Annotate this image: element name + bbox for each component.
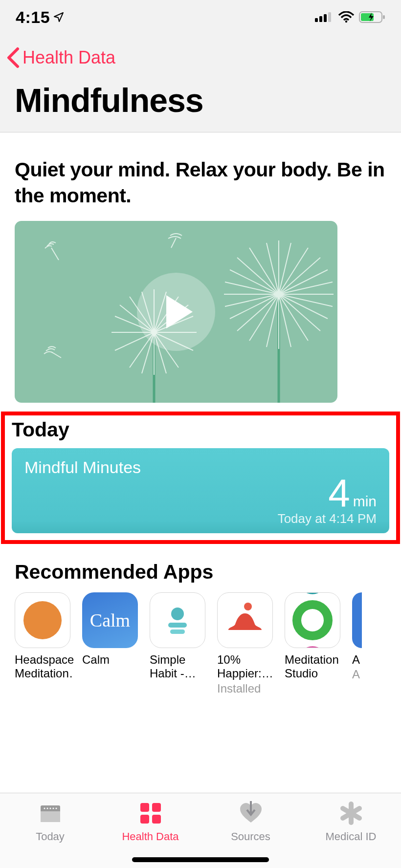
nav-header: Health Data Mindfulness	[0, 34, 401, 132]
mindful-minutes-timestamp: Today at 4:14 PM	[278, 511, 377, 526]
app-name: A	[352, 653, 362, 667]
svg-rect-72	[152, 815, 161, 824]
svg-line-25	[237, 258, 279, 294]
page-title: Mindfulness	[6, 68, 391, 132]
svg-rect-71	[140, 815, 149, 824]
app-headspace[interactable]: Headspace: Meditation…	[15, 592, 73, 696]
svg-point-66	[49, 808, 51, 809]
status-time: 4:15	[16, 8, 65, 27]
app-name: Meditation Studio	[285, 653, 343, 681]
back-button[interactable]: Health Data	[6, 47, 391, 68]
mindful-minutes-card[interactable]: Mindful Minutes 4 min Today at 4:14 PM	[12, 448, 389, 533]
play-button[interactable]	[137, 273, 215, 351]
svg-point-60	[244, 603, 252, 610]
peek-app-icon	[352, 592, 362, 648]
mindful-minutes-value: 4 min	[328, 479, 377, 510]
intro-video[interactable]	[15, 221, 337, 403]
svg-rect-58	[168, 623, 187, 628]
location-arrow-icon	[53, 11, 65, 23]
svg-line-26	[279, 282, 333, 294]
status-right	[315, 11, 385, 23]
app-installed-label: Installed	[217, 682, 276, 695]
heart-download-icon	[238, 800, 264, 826]
svg-rect-3	[328, 12, 331, 22]
svg-rect-63	[41, 811, 60, 822]
back-label: Health Data	[22, 47, 115, 68]
svg-rect-6	[383, 15, 385, 19]
tab-bar: Today Health Data Sources Medical ID	[0, 793, 401, 868]
status-time-text: 4:15	[16, 8, 50, 27]
chevron-left-icon	[6, 47, 21, 68]
tab-medical-id[interactable]: Medical ID	[307, 800, 395, 843]
content-area: Quiet your mind. Relax your body. Be in …	[0, 132, 401, 793]
recommended-apps-heading: Recommended Apps	[15, 561, 386, 584]
app-calm[interactable]: Calm Calm	[82, 592, 141, 696]
tab-label: Sources	[231, 830, 270, 843]
svg-point-64	[44, 808, 45, 809]
today-section-highlight: Today Mindful Minutes 4 min Today at 4:1…	[1, 412, 400, 544]
wifi-icon	[338, 11, 354, 23]
svg-line-23	[267, 243, 279, 294]
home-indicator[interactable]	[132, 857, 269, 862]
tab-label: Health Data	[122, 830, 178, 843]
asterisk-icon	[338, 800, 364, 826]
svg-line-33	[267, 294, 279, 347]
calm-icon: Calm	[82, 592, 138, 648]
svg-point-68	[55, 808, 57, 809]
app-name: 10% Happier:…	[217, 653, 276, 681]
svg-line-22	[279, 243, 291, 294]
mindful-minutes-title: Mindful Minutes	[24, 458, 377, 477]
svg-point-4	[345, 21, 347, 22]
tab-today[interactable]: Today	[6, 800, 94, 843]
svg-point-57	[171, 608, 184, 620]
svg-point-67	[52, 808, 54, 809]
meditation-studio-icon	[285, 592, 340, 648]
app-10-percent-happier[interactable]: 10% Happier:… Installed	[217, 592, 276, 696]
play-icon	[166, 295, 193, 328]
tab-health-data[interactable]: Health Data	[107, 800, 195, 843]
svg-line-32	[279, 294, 291, 347]
simple-habit-icon	[150, 592, 205, 648]
app-simple-habit[interactable]: Simple Habit - Me…	[150, 592, 208, 696]
today-heading: Today	[12, 418, 389, 448]
svg-line-54	[51, 248, 59, 260]
cellular-signal-icon	[315, 11, 334, 23]
tab-label: Medical ID	[326, 830, 377, 843]
svg-line-29	[225, 294, 279, 306]
svg-rect-69	[140, 803, 149, 812]
svg-point-61	[297, 605, 328, 636]
svg-line-30	[279, 294, 320, 331]
app-sub: A	[352, 668, 362, 681]
svg-line-27	[225, 282, 279, 294]
mindful-minutes-unit: min	[353, 493, 377, 510]
recommended-apps-list[interactable]: Headspace: Meditation… Calm Calm Simple …	[15, 592, 386, 696]
battery-charging-icon	[359, 11, 385, 23]
headspace-icon	[15, 592, 70, 648]
svg-line-24	[279, 258, 320, 294]
tagline-text: Quiet your mind. Relax your body. Be in …	[15, 157, 386, 209]
svg-point-65	[46, 808, 48, 809]
svg-rect-70	[152, 803, 161, 812]
app-name: Simple Habit - Me…	[150, 653, 208, 681]
status-bar: 4:15	[0, 0, 401, 34]
svg-line-31	[237, 294, 279, 331]
svg-line-55	[171, 238, 176, 248]
app-name: Calm	[82, 653, 141, 667]
recommended-apps-section: Recommended Apps Headspace: Meditation… …	[15, 561, 386, 696]
svg-rect-0	[315, 18, 318, 22]
svg-rect-1	[319, 16, 322, 22]
tab-label: Today	[36, 830, 65, 843]
calendar-icon	[37, 800, 64, 826]
ten-percent-icon	[217, 592, 273, 648]
app-name: Headspace: Meditation…	[15, 653, 73, 681]
svg-rect-59	[170, 629, 185, 634]
tab-sources[interactable]: Sources	[207, 800, 295, 843]
svg-line-28	[279, 294, 333, 306]
app-meditation-studio[interactable]: Meditation Studio	[285, 592, 343, 696]
app-peek-next[interactable]: A A	[352, 592, 362, 696]
mindful-minutes-number: 4	[328, 479, 350, 507]
grid-icon	[137, 800, 164, 826]
svg-rect-2	[324, 14, 327, 22]
